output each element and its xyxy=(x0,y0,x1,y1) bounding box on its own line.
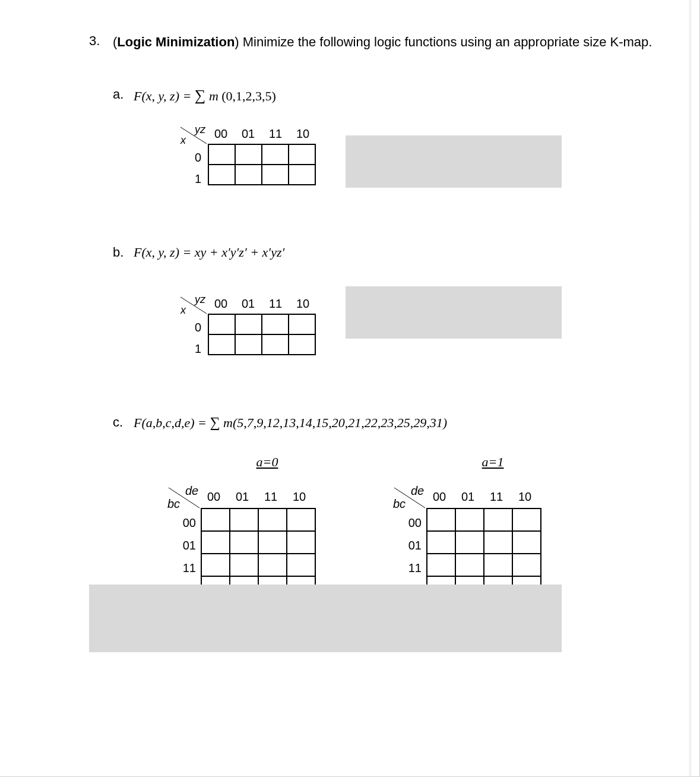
kmap-cell[interactable] xyxy=(427,554,455,576)
kmap-cell[interactable] xyxy=(289,144,315,165)
kmap-cell[interactable] xyxy=(235,334,262,355)
kmap-cell[interactable] xyxy=(262,314,289,334)
row-header: 0 xyxy=(195,147,201,169)
col-header: 01 xyxy=(460,490,476,504)
kmap-cell[interactable] xyxy=(455,508,484,531)
kmap-cell[interactable] xyxy=(484,508,512,531)
kmap-cell[interactable] xyxy=(455,531,484,554)
kmap-b-row-headers: 0 1 xyxy=(195,317,201,360)
kmap-c1-top-var: de xyxy=(411,484,424,498)
kmap-cell[interactable] xyxy=(258,531,287,554)
kmap-cell[interactable] xyxy=(484,554,512,576)
kmap-cell[interactable] xyxy=(208,314,235,334)
kmap-cell[interactable] xyxy=(287,554,315,576)
kmap-cell[interactable] xyxy=(289,334,315,355)
kmap-cell[interactable] xyxy=(262,144,289,165)
kmap-cell[interactable] xyxy=(427,508,455,531)
row-header: 11 xyxy=(406,557,422,579)
question-title-rest: ) Minimize the following logic functions… xyxy=(235,34,652,49)
kmap-a-left-var: x xyxy=(180,134,186,147)
kmap-b-grid xyxy=(208,314,316,355)
question-text: (Logic Minimization) Minimize the follow… xyxy=(113,33,652,51)
question-header: 3. (Logic Minimization) Minimize the fol… xyxy=(0,33,699,51)
kmap-cell[interactable] xyxy=(512,554,541,576)
col-header: 10 xyxy=(291,490,308,504)
answer-box-c[interactable] xyxy=(89,585,562,652)
part-b: b. F(x, y, z) = xy + x′y′z′ + x′yz′ xyxy=(113,245,699,260)
col-header: 11 xyxy=(267,127,284,141)
answer-box-b[interactable] xyxy=(346,286,562,339)
col-header: 00 xyxy=(213,297,229,311)
kmap-cell[interactable] xyxy=(287,531,315,554)
col-header: 00 xyxy=(205,490,222,504)
part-c-expression: F(a,b,c,d,e) = ∑ m(5,7,9,12,13,14,15,20,… xyxy=(134,415,447,431)
row-header: 1 xyxy=(195,339,201,360)
part-b-expression: F(x, y, z) = xy + x′y′z′ + x′yz′ xyxy=(134,245,284,260)
kmap-c0-col-headers: 00 01 11 10 xyxy=(205,490,308,504)
row-header: 11 xyxy=(180,557,196,579)
kmap-cell[interactable] xyxy=(235,314,262,334)
part-c-m: m(5,7,9,12,13,14,15,20,21,22,23,25,29,31… xyxy=(220,415,448,430)
kmap-a-top-var: yz xyxy=(195,124,205,136)
part-a: a. F(x, y, z) = ∑ m (0,1,2,3,5) xyxy=(113,87,699,105)
part-a-args: (0,1,2,3,5) xyxy=(218,89,276,103)
a0-label: a=0 xyxy=(202,454,332,470)
col-header: 01 xyxy=(234,490,251,504)
kmap-cell[interactable] xyxy=(201,508,230,531)
row-header: 01 xyxy=(180,534,196,557)
col-header: 01 xyxy=(240,297,256,311)
row-header: 00 xyxy=(180,511,196,534)
col-header: 10 xyxy=(294,297,311,311)
kmap-cell[interactable] xyxy=(230,554,258,576)
row-header: 0 xyxy=(195,317,201,339)
kmap-cell[interactable] xyxy=(262,334,289,355)
kmap-cell[interactable] xyxy=(512,531,541,554)
col-header: 11 xyxy=(262,490,279,504)
col-header: 11 xyxy=(488,490,505,504)
kmap-a-col-headers: 00 01 11 10 xyxy=(213,127,311,141)
kmap-cell[interactable] xyxy=(208,144,235,165)
question-title-bold: Logic Minimization xyxy=(117,34,235,49)
kmap-a-corner: yz x xyxy=(178,126,208,146)
row-header: 00 xyxy=(406,511,422,534)
part-c-lhs: F(a,b,c,d,e) = xyxy=(134,415,210,430)
kmap-cell[interactable] xyxy=(258,554,287,576)
kmap-cell[interactable] xyxy=(201,531,230,554)
kmap-cell[interactable] xyxy=(208,334,235,355)
kmap-c0-left-var: bc xyxy=(167,497,180,511)
kmap-c0-corner: de bc xyxy=(166,487,201,510)
kmap-cell[interactable] xyxy=(484,531,512,554)
kmap-c1-col-headers: 00 01 11 10 xyxy=(431,490,533,504)
question-number: 3. xyxy=(89,33,113,51)
part-a-expression: F(x, y, z) = ∑ m (0,1,2,3,5) xyxy=(134,87,276,105)
kmap-cell[interactable] xyxy=(289,314,315,334)
kmap-cell[interactable] xyxy=(289,165,315,185)
kmap-cell[interactable] xyxy=(235,144,262,165)
kmap-cell[interactable] xyxy=(262,165,289,185)
col-header: 01 xyxy=(240,127,256,141)
part-b-letter: b. xyxy=(113,245,134,260)
kmap-cell[interactable] xyxy=(230,531,258,554)
kmap-cell[interactable] xyxy=(512,508,541,531)
part-c: c. F(a,b,c,d,e) = ∑ m(5,7,9,12,13,14,15,… xyxy=(113,415,699,431)
kmap-cell[interactable] xyxy=(258,508,287,531)
part-a-letter: a. xyxy=(113,87,134,105)
kmap-cell[interactable] xyxy=(287,508,315,531)
kmap-a-row-headers: 0 1 xyxy=(195,147,201,190)
sigma-symbol: ∑ xyxy=(210,415,220,430)
kmap-cell[interactable] xyxy=(230,508,258,531)
sigma-symbol: ∑ xyxy=(195,87,206,104)
kmap-a-grid xyxy=(208,144,316,185)
kmap-cell[interactable] xyxy=(455,554,484,576)
kmap-cell[interactable] xyxy=(235,165,262,185)
kmap-cell[interactable] xyxy=(208,165,235,185)
kmap-b-corner: yz x xyxy=(178,296,208,316)
kmap-c1-left-var: bc xyxy=(393,497,406,511)
part-a-m: m xyxy=(209,89,218,103)
kmap-b-col-headers: 00 01 11 10 xyxy=(213,297,311,311)
answer-box-a[interactable] xyxy=(346,135,562,188)
document-page: 3. (Logic Minimization) Minimize the fol… xyxy=(0,0,700,777)
kmap-c1-corner: de bc xyxy=(392,487,426,510)
kmap-cell[interactable] xyxy=(201,554,230,576)
kmap-cell[interactable] xyxy=(427,531,455,554)
